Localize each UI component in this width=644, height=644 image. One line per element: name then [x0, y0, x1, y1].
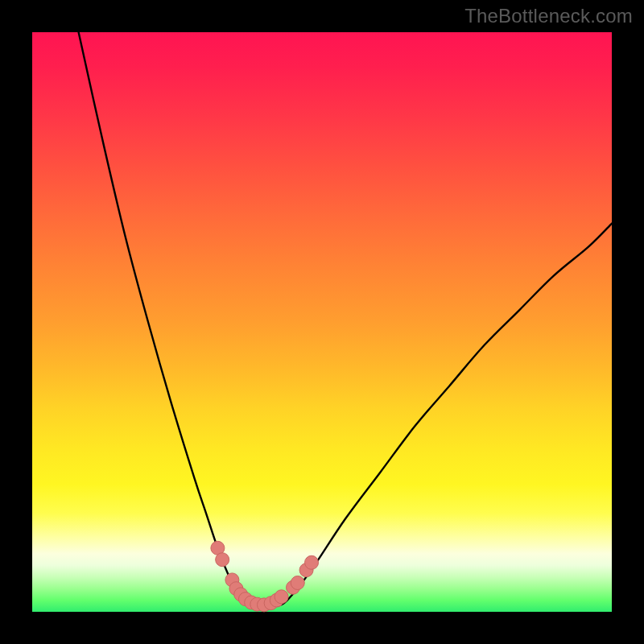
marker-floor-7 — [275, 590, 288, 604]
curve-group — [79, 32, 612, 606]
marker-right-mid-2 — [291, 576, 304, 590]
watermark-text: TheBottleneck.com — [464, 5, 633, 27]
chart-frame: TheBottleneck.com — [0, 0, 644, 644]
marker-group — [211, 541, 319, 612]
chart-svg — [32, 32, 612, 612]
marker-right-upper-2 — [305, 555, 319, 569]
bottleneck-curve — [79, 32, 612, 606]
plot-area — [32, 32, 612, 612]
marker-left-upper-2 — [216, 553, 229, 567]
